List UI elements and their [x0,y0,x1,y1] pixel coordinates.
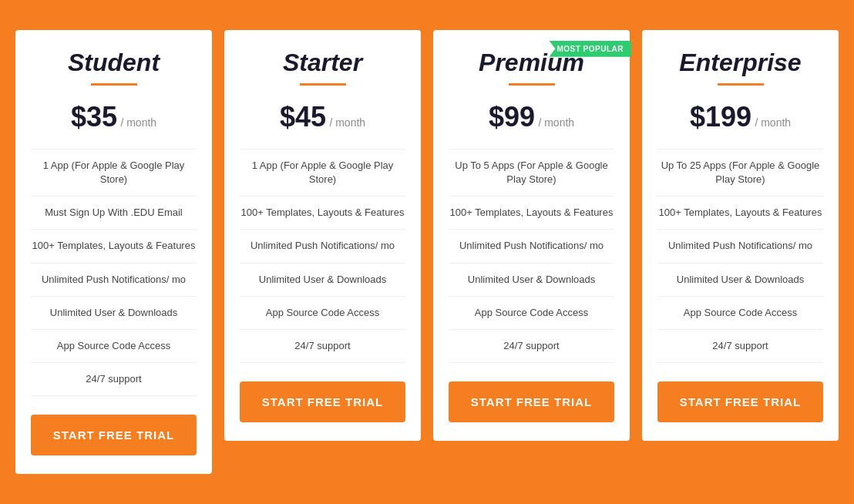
plan-name: Student [31,49,197,77]
pricing-card-enterprise: Enterprise $199 / month Up To 25 Apps (F… [642,30,839,441]
feature-item: App Source Code Access [31,330,197,363]
feature-item: 1 App (For Apple & Google Play Store) [31,149,197,197]
feature-list: 1 App (For Apple & Google Play Store)Mus… [31,149,197,397]
feature-item: App Source Code Access [449,297,614,330]
feature-item: 100+ Templates, Layouts & Features [240,197,405,230]
plan-price-period: / month [329,116,365,129]
feature-item: Unlimited Push Notifications/ mo [240,230,405,263]
feature-list: Up To 5 Apps (For Apple & Google Play St… [449,149,614,363]
feature-item: Up To 25 Apps (For Apple & Google Play S… [657,149,823,197]
feature-item: 1 App (For Apple & Google Play Store) [240,149,405,197]
feature-item: 100+ Templates, Layouts & Features [657,197,823,230]
feature-list: Up To 25 Apps (For Apple & Google Play S… [657,149,823,363]
plan-name: Starter [240,49,405,77]
pricing-card-premium: MOST POPULAR Premium $99 / month Up To 5… [433,30,630,441]
plan-price-period: / month [538,116,574,129]
pricing-card-student: Student $35 / month 1 App (For Apple & G… [15,30,212,475]
feature-item: 24/7 support [240,330,405,363]
feature-item: Unlimited User & Downloads [657,264,823,297]
plan-name: Enterprise [657,49,823,77]
plan-price-amount: $99 [489,101,535,133]
most-popular-badge: MOST POPULAR [549,41,631,57]
feature-item: Unlimited User & Downloads [31,297,197,330]
cta-button[interactable]: START FREE TRIAL [449,381,614,422]
pricing-card-starter: Starter $45 / month 1 App (For Apple & G… [224,30,421,441]
plan-price-amount: $199 [690,101,751,133]
feature-item: App Source Code Access [657,297,823,330]
feature-list: 1 App (For Apple & Google Play Store)100… [240,149,405,363]
plan-name-underline [718,83,764,86]
feature-item: 24/7 support [657,330,823,363]
feature-item: Must Sign Up With .EDU Email [31,197,197,230]
plan-price-period: / month [755,116,791,129]
feature-item: 100+ Templates, Layouts & Features [31,230,197,263]
plan-price-period: / month [120,116,156,129]
plan-price: $45 / month [240,101,405,133]
plan-price: $99 / month [449,101,614,133]
plan-name-underline [91,83,137,86]
cta-button[interactable]: START FREE TRIAL [240,381,405,422]
cta-button[interactable]: START FREE TRIAL [657,381,823,422]
pricing-container: Student $35 / month 1 App (For Apple & G… [15,30,839,475]
feature-item: Unlimited User & Downloads [240,264,405,297]
feature-item: 24/7 support [449,330,614,363]
plan-price: $199 / month [657,101,823,133]
plan-price: $35 / month [31,101,197,133]
plan-name-underline [300,83,346,86]
plan-name-underline [509,83,555,86]
feature-item: Unlimited User & Downloads [449,264,614,297]
feature-item: Unlimited Push Notifications/ mo [657,230,823,263]
feature-item: Up To 5 Apps (For Apple & Google Play St… [449,149,614,197]
feature-item: Unlimited Push Notifications/ mo [31,264,197,297]
cta-button[interactable]: START FREE TRIAL [31,415,197,455]
feature-item: 24/7 support [31,363,197,396]
plan-price-amount: $45 [280,101,326,133]
feature-item: 100+ Templates, Layouts & Features [449,197,614,230]
feature-item: App Source Code Access [240,297,405,330]
plan-price-amount: $35 [71,101,117,133]
feature-item: Unlimited Push Notifications/ mo [449,230,614,263]
